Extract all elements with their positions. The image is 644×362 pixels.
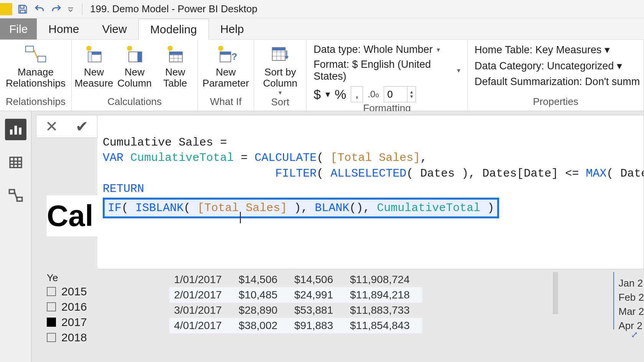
scrollbar-thumb[interactable] — [553, 272, 558, 314]
workspace: Cal ✕ ✔ Cumulative Sales = VAR Cumulativ… — [0, 111, 644, 362]
formula-line-3: FILTER( ALLSELECTED( Dates ), Dates[Date… — [103, 167, 644, 180]
qat-dropdown-icon[interactable] — [67, 3, 74, 16]
month-item[interactable]: Mar 2 — [619, 305, 644, 319]
year-slicer-item[interactable]: 2016 — [47, 299, 139, 314]
year-label: 2015 — [61, 285, 87, 298]
svg-point-13 — [168, 46, 172, 51]
parameter-icon: ? — [214, 43, 238, 65]
tab-view[interactable]: View — [90, 18, 138, 39]
svg-rect-30 — [10, 129, 13, 134]
group-sort: Sort by Column ▼ Sort — [254, 40, 307, 111]
month-item[interactable]: Jan 2 — [619, 276, 644, 290]
group-calculations: New Measure New Column New Table Calcula… — [72, 40, 198, 111]
month-list-fragment: Jan 2Feb 2Mar 2Apr 2 ⤢ — [613, 272, 644, 329]
new-parameter-button[interactable]: ? New Parameter — [201, 42, 251, 88]
chevron-down-icon: ▾ — [617, 60, 622, 72]
formula-highlighted-line: IF( ISBLANK( [Total Sales] ), BLANK(), C… — [103, 198, 499, 219]
data-table[interactable]: 1/01/2017$14,506$14,506$11,908,7242/01/2… — [169, 272, 422, 333]
chevron-down-icon[interactable]: ▾ — [325, 89, 330, 100]
table-row[interactable]: 2/01/2017$10,485$24,991$11,894,218 — [169, 287, 422, 303]
manage-relationships-button[interactable]: Manage Relationships — [3, 42, 68, 88]
table-cell: $11,894,218 — [345, 287, 422, 303]
svg-rect-32 — [19, 128, 21, 134]
tab-help[interactable]: Help — [209, 18, 256, 39]
checkbox-icon[interactable] — [47, 287, 56, 296]
model-view-button[interactable] — [5, 185, 26, 206]
save-icon[interactable] — [16, 3, 29, 16]
formula-bar-buttons: ✕ ✔ — [36, 115, 97, 138]
default-summarization-dropdown[interactable]: Default Summarization: Don't summ — [475, 76, 640, 88]
table-row[interactable]: 1/01/2017$14,506$14,506$11,908,724 — [169, 272, 422, 287]
data-category-label: Data Category: Uncategorized — [475, 60, 614, 72]
table-cell: $10,485 — [234, 287, 290, 303]
svg-rect-19 — [169, 52, 182, 55]
formula-bar: ✕ ✔ Cumulative Sales = VAR CumulativeTot… — [36, 115, 644, 269]
table-cell: $11,883,733 — [345, 303, 422, 318]
report-view-button[interactable] — [5, 119, 26, 140]
table-cell: 3/01/2017 — [169, 303, 234, 318]
year-slicer-item[interactable]: 2018 — [47, 330, 139, 345]
tab-home[interactable]: Home — [37, 18, 90, 39]
checkbox-icon[interactable] — [47, 333, 56, 342]
new-measure-button[interactable]: New Measure — [75, 42, 113, 88]
home-table-dropdown[interactable]: Home Table: Key Measures ▾ — [475, 44, 640, 56]
table-row[interactable]: 3/01/2017$28,890$53,881$11,883,733 — [169, 303, 422, 318]
sort-by-column-button[interactable]: Sort by Column ▼ — [257, 42, 303, 96]
year-slicer-item[interactable]: 2017 — [47, 314, 139, 330]
year-slicer-item[interactable]: 2015 — [47, 284, 139, 299]
decimal-icon: .0₀ — [368, 89, 379, 100]
title-bar: 199. Demo Model - Power BI Desktop — [0, 0, 644, 18]
expand-arrow-icon[interactable]: ⤢ — [631, 329, 638, 341]
title-separator — [82, 3, 82, 15]
year-label: 2017 — [61, 316, 87, 329]
svg-rect-29 — [272, 48, 285, 51]
report-canvas: Cal ✕ ✔ Cumulative Sales = VAR Cumulativ… — [31, 111, 644, 362]
new-column-button[interactable]: New Column — [115, 42, 154, 88]
group-formatting: Data type: Whole Number ▾ Format: $ Engl… — [307, 40, 468, 111]
slicer-header: Ye — [47, 272, 139, 284]
svg-rect-3 — [26, 46, 34, 52]
spinner-down-icon[interactable]: ▼ — [407, 94, 416, 99]
new-column-label: New Column — [117, 67, 152, 88]
group-relationships: Manage Relationships Relationships — [0, 40, 72, 111]
table-cell: 4/01/2017 — [169, 318, 234, 333]
month-item[interactable]: Feb 2 — [619, 290, 644, 305]
ribbon-tabstrip: File Home View Modeling Help — [0, 18, 644, 40]
default-summarization-label: Default Summarization: Don't summ — [475, 76, 640, 87]
currency-button[interactable]: $ — [314, 87, 321, 102]
format-dropdown[interactable]: Format: $ English (United States) ▾ — [314, 59, 460, 82]
checkbox-icon[interactable] — [47, 302, 56, 311]
svg-line-5 — [33, 49, 38, 59]
decimal-places-spinner[interactable]: ▲▼ — [384, 86, 416, 102]
svg-point-10 — [127, 46, 132, 51]
tab-modeling[interactable]: Modeling — [138, 19, 209, 40]
year-slicer[interactable]: Ye 2015201620172018 — [47, 272, 139, 345]
data-category-dropdown[interactable]: Data Category: Uncategorized ▾ — [475, 60, 640, 72]
sort-by-label: Sort by Column — [263, 67, 297, 88]
data-view-button[interactable] — [5, 152, 26, 173]
format-label: Format: $ English (United States) — [314, 59, 453, 82]
redo-icon[interactable] — [50, 3, 63, 16]
percent-button[interactable]: % — [335, 87, 346, 102]
decimal-places-input[interactable] — [384, 87, 407, 102]
file-tab[interactable]: File — [0, 18, 37, 39]
table-cell: 2/01/2017 — [169, 287, 234, 303]
chevron-down-icon: ▾ — [437, 46, 440, 54]
svg-rect-38 — [9, 190, 14, 193]
ribbon: Manage Relationships Relationships New M… — [0, 40, 644, 111]
new-table-button[interactable]: New Table — [156, 42, 194, 88]
undo-icon[interactable] — [33, 3, 46, 16]
checkbox-icon[interactable] — [47, 318, 56, 327]
commit-formula-button[interactable]: ✔ — [76, 118, 89, 135]
manage-relationships-label: Manage Relationships — [6, 67, 66, 88]
thousands-separator-button[interactable]: , — [351, 86, 363, 102]
group-properties: Home Table: Key Measures ▾ Data Category… — [468, 40, 644, 111]
formula-editor[interactable]: Cumulative Sales = VAR CumulativeTotal =… — [97, 115, 644, 269]
year-label: 2016 — [61, 300, 87, 313]
table-cell: $14,506 — [234, 272, 290, 287]
table-row[interactable]: 4/01/2017$38,002$91,883$11,854,843 — [169, 318, 422, 333]
table-cell: $24,991 — [290, 287, 345, 303]
datatype-dropdown[interactable]: Data type: Whole Number ▾ — [314, 44, 460, 56]
window-title: 199. Demo Model - Power BI Desktop — [90, 3, 257, 15]
cancel-formula-button[interactable]: ✕ — [45, 118, 58, 135]
